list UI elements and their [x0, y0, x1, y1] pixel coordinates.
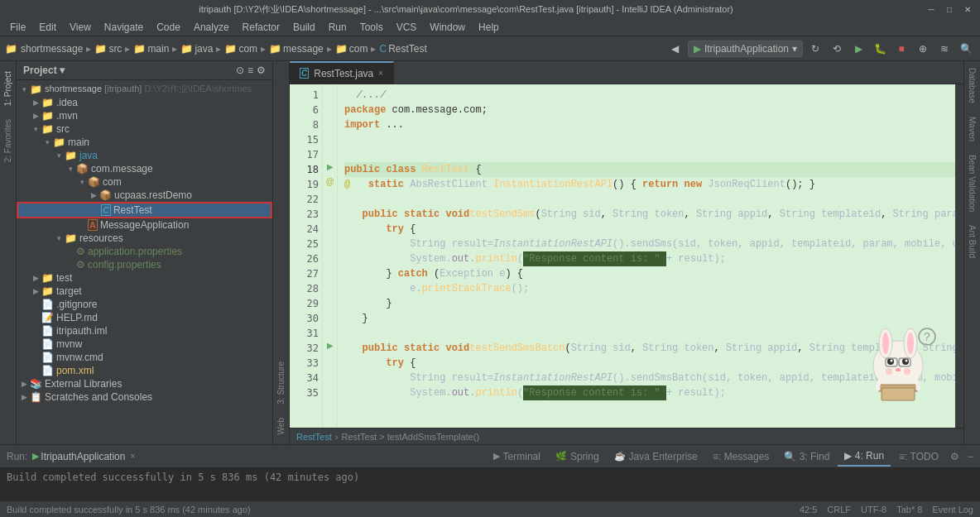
code-container[interactable]: 1 6 8 15 17 18 19 22 23 24 25 26 27 28 2…	[290, 84, 963, 428]
tree-item-scratches[interactable]: ▶ 📋 Scratches and Consoles	[17, 390, 272, 404]
editor-tab-resttest[interactable]: C RestTest.java ×	[290, 61, 394, 84]
tree-item-target[interactable]: ▶ 📁 target	[17, 285, 272, 298]
status-encoding[interactable]: UTF-8	[861, 505, 886, 515]
tree-item-test[interactable]: ▶ 📁 test	[17, 271, 272, 285]
tree-item-com[interactable]: ▾ 📦 com	[17, 175, 272, 189]
tree-item-com-message[interactable]: ▾ 📦 com.message	[17, 162, 272, 175]
expand-icon: ▾	[53, 234, 65, 242]
tree-item-ucpaas[interactable]: ▶ 📦 ucpaas.restDemo	[17, 189, 272, 202]
menu-window[interactable]: Window	[423, 20, 472, 35]
menu-file[interactable]: File	[3, 20, 32, 35]
line-num-24: 24	[290, 222, 319, 237]
menu-vcs[interactable]: VCS	[390, 20, 424, 35]
maven-tab[interactable]: Maven	[966, 110, 978, 148]
tree-item-gitignore[interactable]: 📄 .gitignore	[17, 298, 272, 311]
config-icon: ⚙	[76, 259, 85, 270]
expand-icon: ▶	[30, 112, 41, 120]
breadcrumb-com2[interactable]: com	[349, 43, 368, 55]
close-button[interactable]: ✕	[962, 3, 973, 15]
menu-code[interactable]: Code	[150, 20, 187, 35]
status-crlf[interactable]: CRLF	[827, 505, 851, 515]
ant-build-tab[interactable]: Ant Build	[966, 218, 978, 265]
structure-tab[interactable]: 3: Structure	[275, 355, 287, 411]
tree-item-ext-libs[interactable]: ▶ 📚 External Libraries	[17, 377, 272, 390]
tree-item-messageapp[interactable]: A MessageApplication	[17, 218, 272, 232]
maximize-button[interactable]: □	[944, 3, 955, 15]
menu-analyze[interactable]: Analyze	[187, 20, 236, 35]
todo-tab[interactable]: ≡: TODO	[892, 448, 945, 466]
project-panel-tab[interactable]: 1: Project	[2, 65, 14, 112]
breadcrumb-src[interactable]: src	[108, 43, 122, 55]
database-tab[interactable]: Database	[966, 61, 978, 110]
java-enterprise-tab[interactable]: ☕ Java Enterprise	[608, 448, 704, 466]
sync-button[interactable]: ⟲	[828, 40, 846, 58]
collapse-all-icon[interactable]: ≡	[247, 65, 253, 76]
tree-item-iml[interactable]: 📄 itripauth.iml	[17, 324, 272, 337]
tree-item-pom[interactable]: 📄 pom.xml	[17, 364, 272, 377]
run-app-name[interactable]: ItripauthApplication	[41, 451, 125, 462]
coverage-button[interactable]: ⊕	[914, 40, 932, 58]
run-button[interactable]: ▶	[849, 40, 867, 58]
tree-item-src[interactable]: ▾ 📁 src	[17, 122, 272, 136]
back-button[interactable]: ◀	[666, 40, 685, 58]
menu-run[interactable]: Run	[322, 20, 353, 35]
favorites-tab[interactable]: 2: Favorites	[2, 112, 14, 169]
menu-view[interactable]: View	[63, 20, 98, 35]
update-button[interactable]: ↻	[806, 40, 824, 58]
gutter-25	[323, 233, 337, 248]
debug-button[interactable]: 🐛	[871, 40, 889, 58]
settings-icon[interactable]: ⚙	[947, 451, 963, 462]
breadcrumb-java[interactable]: java	[195, 43, 213, 55]
menu-build[interactable]: Build	[286, 20, 322, 35]
menu-edit[interactable]: Edit	[32, 20, 63, 35]
breadcrumb-shortmessage[interactable]: shortmessage	[21, 43, 83, 55]
close-run-tab-icon[interactable]: ×	[130, 452, 135, 461]
tree-item-mvn[interactable]: ▶ 📁 .mvn	[17, 109, 272, 122]
locate-file-icon[interactable]: ⊙	[236, 65, 244, 76]
tree-item-main[interactable]: ▾ 📁 main	[17, 136, 272, 149]
profiler-button[interactable]: ≋	[935, 40, 954, 58]
menu-refactor[interactable]: Refactor	[236, 20, 286, 35]
search-everywhere-button[interactable]: 🔍	[957, 40, 975, 58]
status-indent[interactable]: Tab* 8	[896, 505, 922, 515]
line-numbers: 1 6 8 15 17 18 19 22 23 24 25 26 27 28 2…	[290, 84, 323, 428]
tree-item-mvnw-cmd[interactable]: 📄 mvnw.cmd	[17, 351, 272, 364]
code-editor[interactable]: /.../ package com.message.com; import ..…	[338, 84, 963, 428]
tree-item-idea[interactable]: ▶ 📁 .idea	[17, 96, 272, 109]
minimize-button[interactable]: ─	[925, 3, 937, 15]
tree-item-resttest[interactable]: C RestTest	[17, 202, 272, 218]
messages-tab[interactable]: ≡: Messages	[706, 448, 776, 466]
breadcrumb-com[interactable]: com	[238, 43, 257, 55]
expand-panel-icon[interactable]: −	[964, 451, 977, 462]
menu-tools[interactable]: Tools	[353, 20, 390, 35]
tree-item-help[interactable]: 📝 HELP.md	[17, 311, 272, 324]
tree-item-resources[interactable]: ▾ 📁 resources	[17, 232, 272, 245]
menu-navigate[interactable]: Navigate	[98, 20, 150, 35]
run-gutter-icon[interactable]: ▶	[327, 162, 334, 171]
find-tab[interactable]: 🔍 3: Find	[777, 448, 836, 466]
stop-button[interactable]: ■	[892, 40, 910, 58]
breadcrumb-main[interactable]: main	[147, 43, 169, 55]
status-left: Build completed successfully in 5 s 836 …	[7, 505, 251, 515]
tree-item-java[interactable]: ▾ 📁 java	[17, 149, 272, 162]
terminal-tab[interactable]: ▶ Terminal	[487, 448, 547, 466]
settings-icon[interactable]: ⚙	[257, 65, 266, 76]
run-gutter-icon2[interactable]: ▶	[327, 341, 334, 350]
tree-item-config-props[interactable]: ⚙ config.properties	[17, 258, 272, 271]
run-config-selector[interactable]: ▶ ItripauthApplication ▾	[688, 41, 803, 57]
editor-scrollbar-v[interactable]	[955, 84, 963, 428]
menu-help[interactable]: Help	[472, 20, 506, 35]
tab-close-icon[interactable]: ×	[378, 69, 383, 78]
spring-tab[interactable]: 🌿 Spring	[549, 448, 606, 466]
tree-item-mvnw[interactable]: 📄 mvnw	[17, 337, 272, 351]
event-log-button[interactable]: Event Log	[932, 505, 973, 515]
web-tab[interactable]: Web	[275, 411, 287, 441]
breadcrumb-message[interactable]: message	[283, 43, 324, 55]
run-tab[interactable]: ▶ 4: Run	[838, 447, 891, 467]
tree-item-shortmessage[interactable]: ▾ 📁 shortmessage [itripauth] D:\Y2\作业\ID…	[17, 82, 272, 96]
tree-item-app-props[interactable]: ⚙ application.properties	[17, 245, 272, 258]
breadcrumb-resttest[interactable]: RestTest	[388, 43, 427, 55]
bean-validation-tab[interactable]: Bean Validation	[966, 148, 978, 218]
com-label: com	[103, 176, 122, 188]
annotation-gutter-icon: @	[325, 177, 334, 186]
